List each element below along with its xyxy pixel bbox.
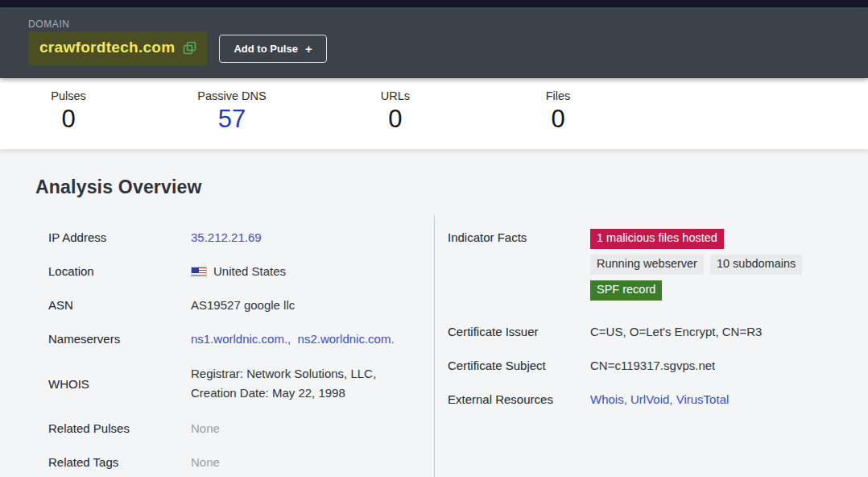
whois-creation-date: Creation Date: May 22, 1998 [191, 384, 376, 403]
whois-registrar: Registrar: Network Solutions, LLC, [191, 364, 376, 384]
whois-label: WHOIS [48, 375, 191, 392]
asn-label: ASN [48, 297, 191, 313]
external-resources-value: Whois, UrlVoid, VirusTotal [590, 391, 729, 408]
overview-columns: IP Address 35.212.21.69 Location United … [0, 215, 868, 477]
location-label: Location [48, 263, 191, 280]
row-location: Location United States [48, 263, 402, 280]
row-indicator-facts: Indicator Facts 1 malicious files hosted… [448, 229, 852, 306]
related-pulses-value: None [191, 420, 220, 437]
row-certificate-issuer: Certificate Issuer C=US, O=Let's Encrypt… [448, 323, 852, 340]
copy-icon[interactable] [183, 41, 196, 55]
indicator-facts-label: Indicator Facts [448, 229, 590, 246]
nameservers-value: ns1.worldnic.com., ns2.worldnic.com. [191, 330, 395, 347]
nameserver-1-link[interactable]: ns1.worldnic.com., [191, 332, 291, 346]
badge-subdomains: 10 subdomains [710, 255, 802, 275]
overview-right-column: Indicator Facts 1 malicious files hosted… [434, 215, 868, 477]
related-pulses-label: Related Pulses [48, 420, 191, 437]
ip-address-label: IP Address [48, 229, 191, 246]
page-title: Analysis Overview [35, 176, 868, 198]
domain-highlight: crawfordtech.com [28, 31, 207, 65]
stat-files-label: Files [546, 89, 571, 102]
stats-bar: Pulses 0 Passive DNS 57 URLs 0 Files 0 [0, 78, 868, 150]
top-navigation-strip [0, 0, 868, 7]
stat-files: Files 0 [546, 89, 571, 134]
row-ip-address: IP Address 35.212.21.69 [48, 229, 402, 246]
stat-urls: URLs 0 [381, 89, 410, 134]
external-link-whois[interactable]: Whois, [590, 392, 627, 406]
stat-passive-dns: Passive DNS 57 [197, 89, 266, 134]
row-nameservers: Nameservers ns1.worldnic.com., ns2.world… [48, 330, 402, 347]
location-country: United States [213, 264, 286, 278]
row-related-tags: Related Tags None [48, 454, 402, 471]
external-link-urlvoid[interactable]: UrlVoid, [630, 392, 673, 406]
plus-icon: + [305, 43, 312, 55]
indicator-facts-badges: 1 malicious files hosted Running webserv… [590, 229, 825, 306]
row-related-pulses: Related Pulses None [48, 420, 402, 437]
badge-running-webserver: Running webserver [590, 255, 704, 275]
domain-name: crawfordtech.com [39, 39, 175, 56]
stat-pulses-value: 0 [51, 105, 86, 134]
row-whois: WHOIS Registrar: Network Solutions, LLC,… [48, 364, 402, 403]
stat-files-value: 0 [546, 105, 571, 134]
row-external-resources: External Resources Whois, UrlVoid, Virus… [448, 391, 852, 408]
row-asn: ASN AS19527 google llc [48, 297, 402, 313]
related-tags-label: Related Tags [48, 454, 191, 471]
domain-row: crawfordtech.com Add to Pulse + [28, 31, 868, 65]
add-to-pulse-label: Add to Pulse [234, 43, 297, 55]
certificate-issuer-value: C=US, O=Let's Encrypt, CN=R3 [590, 323, 762, 340]
analysis-overview-section: Analysis Overview IP Address 35.212.21.6… [0, 150, 868, 477]
row-certificate-subject: Certificate Subject CN=c119317.sgvps.net [448, 357, 852, 374]
stat-passive-dns-value[interactable]: 57 [197, 105, 266, 134]
whois-value: Registrar: Network Solutions, LLC, Creat… [191, 364, 376, 403]
entity-type-label: DOMAIN [28, 7, 868, 30]
certificate-issuer-label: Certificate Issuer [448, 323, 590, 340]
stat-urls-value: 0 [381, 105, 410, 134]
external-link-virustotal[interactable]: VirusTotal [676, 392, 730, 406]
certificate-subject-value: CN=c119317.sgvps.net [590, 357, 715, 374]
location-value: United States [191, 263, 286, 280]
stat-pulses-label: Pulses [51, 89, 86, 102]
external-resources-label: External Resources [448, 391, 590, 408]
add-to-pulse-button[interactable]: Add to Pulse + [219, 35, 326, 63]
stat-urls-label: URLs [381, 89, 410, 102]
stat-passive-dns-label: Passive DNS [197, 89, 266, 102]
asn-value: AS19527 google llc [191, 297, 295, 313]
certificate-subject-label: Certificate Subject [448, 357, 590, 374]
us-flag-icon [191, 267, 207, 277]
badge-malicious-files: 1 malicious files hosted [590, 229, 724, 249]
nameservers-label: Nameservers [48, 330, 191, 347]
stat-pulses: Pulses 0 [51, 89, 86, 134]
ip-address-link[interactable]: 35.212.21.69 [191, 230, 262, 244]
related-tags-value: None [191, 454, 220, 471]
overview-left-column: IP Address 35.212.21.69 Location United … [0, 215, 434, 477]
domain-header: DOMAIN crawfordtech.com Add to Pulse + [0, 7, 868, 78]
nameserver-2-link[interactable]: ns2.worldnic.com. [298, 332, 395, 346]
badge-spf-record: SPF record [590, 280, 662, 301]
